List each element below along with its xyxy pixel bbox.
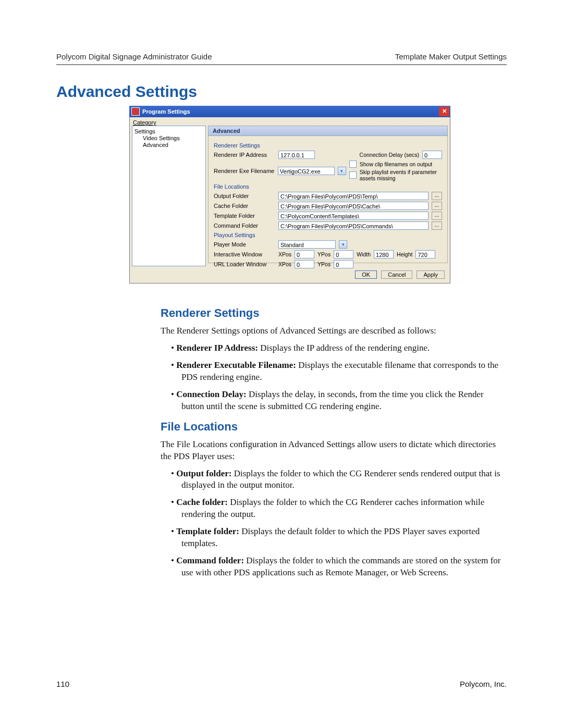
command-folder-input[interactable]: C:\Program Files\Polycom\PDS\Commands\ xyxy=(278,221,429,230)
height-input[interactable]: 720 xyxy=(415,250,435,258)
filelocations-group-title: File Locations xyxy=(214,183,442,190)
list-item: Template folder: Displays the default fo… xyxy=(171,526,503,550)
browse-template-button[interactable]: ... xyxy=(432,212,442,220)
filelocations-heading: File Locations xyxy=(161,420,503,434)
bullet-bold: Connection Delay: xyxy=(176,389,247,399)
tree-root[interactable]: Settings xyxy=(134,128,203,134)
dialog-title: Program Settings xyxy=(142,108,439,115)
renderer-ip-input[interactable]: 127.0.0.1 xyxy=(278,151,315,159)
width-label: Width xyxy=(357,251,371,257)
cache-folder-label: Cache Folder xyxy=(214,203,275,209)
list-item: Cache folder: Displays the folder to whi… xyxy=(171,497,503,521)
header-right: Template Maker Output Settings xyxy=(395,52,507,61)
height-label: Height xyxy=(397,251,412,257)
panel-heading: Advanced xyxy=(208,126,448,136)
bullet-bold: Renderer Executable Filename: xyxy=(176,360,296,370)
bullet-bold: Output folder: xyxy=(176,468,231,478)
header-left: Polycom Digital Signage Administrator Gu… xyxy=(56,52,212,61)
skip-events-label: Skip playlist events if parameter assets… xyxy=(360,169,442,181)
footer-company: Polycom, Inc. xyxy=(460,680,507,688)
cache-folder-input[interactable]: C:\Program Files\Polycom\PDS\Cache\ xyxy=(278,202,429,210)
bullet-bold: Template folder: xyxy=(176,526,239,536)
list-item: Renderer IP Address: Displays the IP add… xyxy=(171,342,503,354)
renderer-exe-label: Renderer Exe Filename xyxy=(214,168,275,174)
interactive-window-label: Interactive Window xyxy=(214,251,275,257)
app-icon xyxy=(131,107,140,116)
bullet-bold: Command folder: xyxy=(176,556,244,565)
list-item: Renderer Executable Filename: Displays t… xyxy=(171,360,503,384)
browse-command-button[interactable]: ... xyxy=(432,221,442,230)
renderer-heading: Renderer Settings xyxy=(161,306,503,320)
header-rule xyxy=(56,64,507,65)
category-label: Category xyxy=(132,118,448,126)
page-number: 110 xyxy=(56,680,69,688)
renderer-intro: The Renderer Settings options of Advance… xyxy=(161,325,503,337)
template-folder-label: Template Folder xyxy=(214,213,275,219)
filelocations-list: Output folder: Displays the folder to wh… xyxy=(171,468,503,579)
dialog-titlebar[interactable]: Program Settings ✕ xyxy=(129,106,450,117)
bullet-bold: Renderer IP Address: xyxy=(176,343,258,353)
command-folder-label: Command Folder xyxy=(214,223,275,229)
chevron-down-icon[interactable]: ▾ xyxy=(339,240,347,249)
renderer-exe-input[interactable]: VertigoCG2.exe xyxy=(278,167,335,175)
show-clip-label: Show clip filenames on output xyxy=(360,161,433,167)
conn-delay-label: Connection Delay (secs) xyxy=(360,152,419,158)
width-input[interactable]: 1280 xyxy=(374,250,394,258)
output-folder-label: Output Folder xyxy=(214,193,275,199)
chevron-down-icon[interactable]: ▾ xyxy=(338,167,346,175)
bullet-bold: Cache folder: xyxy=(176,497,228,507)
close-icon[interactable]: ✕ xyxy=(439,107,449,116)
category-tree[interactable]: Settings Video Settings Advanced xyxy=(132,126,206,266)
output-folder-input[interactable]: C:\Program Files\Polycom\PDS\Temp\ xyxy=(278,192,429,200)
ypos-label: YPos xyxy=(317,251,331,257)
player-mode-input[interactable]: Standard xyxy=(278,240,336,249)
list-item: Connection Delay: Displays the delay, in… xyxy=(171,389,503,413)
list-item: Command folder: Displays the folder to w… xyxy=(171,555,503,579)
tree-video-settings[interactable]: Video Settings xyxy=(143,135,203,141)
filelocations-intro: The File Locations configuration in Adva… xyxy=(161,439,503,463)
renderer-list: Renderer IP Address: Displays the IP add… xyxy=(171,342,503,413)
conn-delay-input[interactable]: 0 xyxy=(422,151,442,159)
browse-output-button[interactable]: ... xyxy=(432,192,442,200)
ypos-input[interactable]: 0 xyxy=(334,250,353,258)
player-mode-label: Player Mode xyxy=(214,241,275,248)
cancel-button[interactable]: Cancel xyxy=(381,270,412,279)
playout-group-title: Playout Settings xyxy=(214,232,442,238)
skip-events-checkbox[interactable] xyxy=(349,171,357,179)
xpos-label: XPos xyxy=(278,251,291,257)
list-item: Output folder: Displays the folder to wh… xyxy=(171,468,503,492)
template-folder-input[interactable]: C:\PolycomContent\Templates\ xyxy=(278,212,429,220)
ok-button[interactable]: OK xyxy=(355,270,377,279)
page-title: Advanced Settings xyxy=(56,83,507,101)
tree-advanced[interactable]: Advanced xyxy=(143,142,203,148)
apply-button[interactable]: Apply xyxy=(417,270,445,279)
renderer-group-title: Renderer Settings xyxy=(214,142,442,149)
bullet-text: Displays the IP address of the rendering… xyxy=(258,343,430,353)
show-clip-checkbox[interactable] xyxy=(349,161,357,168)
xpos-input[interactable]: 0 xyxy=(295,250,314,258)
browse-cache-button[interactable]: ... xyxy=(432,202,442,210)
renderer-ip-label: Renderer IP Address xyxy=(214,152,275,158)
dialog-screenshot: Program Settings ✕ Category Settings Vid… xyxy=(129,106,450,283)
